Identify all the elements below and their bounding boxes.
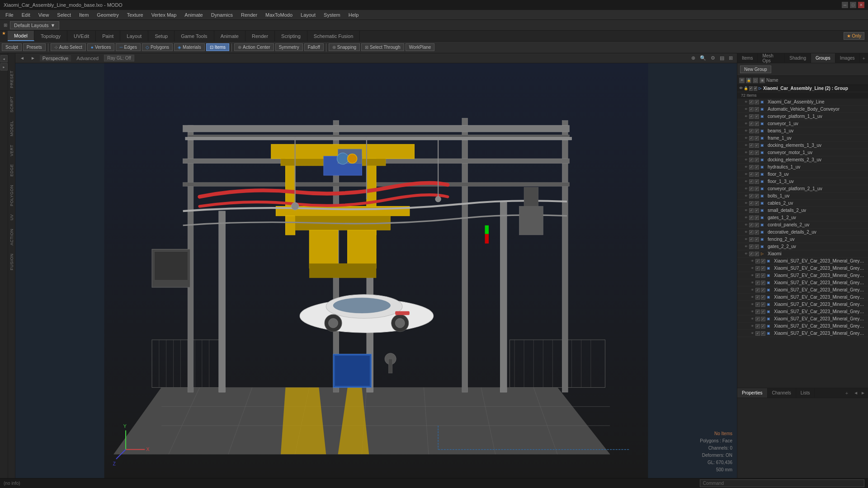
advanced-button[interactable]: Advanced — [74, 55, 101, 61]
ren-cb[interactable]: ✓ — [755, 252, 759, 256]
group-list-item[interactable]: 👁 ✓ ✓ ▣ docking_elements_1_3_uv — [737, 142, 868, 149]
ren-cb[interactable]: ✓ — [755, 194, 759, 198]
rp-tab-images[interactable]: Images — [835, 53, 860, 63]
ren-cb[interactable]: ✓ — [755, 201, 759, 206]
render-checkbox[interactable]: ✓ — [754, 86, 757, 91]
vis-cb[interactable]: ✓ — [755, 295, 760, 300]
presets-button[interactable]: Presets — [23, 43, 46, 51]
rp-tab-shading[interactable]: Shading — [785, 53, 811, 63]
maximize-button[interactable]: □ — [850, 2, 856, 8]
group-list-item[interactable]: 👁 ✓ ✓ ▣ floor_1_3_uv — [737, 178, 868, 185]
ren-cb[interactable]: ✓ — [761, 266, 765, 271]
vis-cb[interactable]: ✓ — [755, 331, 760, 336]
side-tab-script[interactable]: Script — [9, 93, 15, 116]
group-root-item[interactable]: 👁 🔒 ✓ ✓ ▷ Xiaomi_Car_Assembly_Line (2) :… — [737, 85, 868, 92]
menu-item-view[interactable]: View — [35, 11, 53, 19]
ren-cb[interactable]: ✓ — [761, 302, 765, 307]
group-list-item[interactable]: 👁 ✓ ✓ ▣ Xiaomi_SU7_EV_Car_2023_Mineral_G… — [737, 308, 868, 315]
menu-item-maxtomodo[interactable]: MaxToModo — [262, 11, 296, 19]
group-list-item[interactable]: 👁 ✓ ✓ ▣ Xiaomi_SU7_EV_Car_2023_Mineral_G… — [737, 301, 868, 308]
only-button[interactable]: ★ Only — [844, 32, 864, 40]
group-list-item[interactable]: 👁 ✓ ✓ ▣ Xiaomi_Car_Assembly_Line — [737, 99, 868, 106]
menu-item-edit[interactable]: Edit — [18, 11, 34, 19]
menu-item-help[interactable]: Help — [345, 11, 363, 19]
ren-cb[interactable]: ✓ — [755, 129, 759, 133]
ren-cb[interactable]: ✓ — [761, 331, 765, 336]
ren-cb[interactable]: ✓ — [755, 107, 759, 112]
vis-cb[interactable]: ✓ — [755, 324, 760, 328]
viewport-home-icon[interactable]: ⊕ — [690, 55, 697, 61]
group-list-item[interactable]: 👁 ✓ ✓ ▣ cables_2_uv — [737, 200, 868, 207]
falloff-button[interactable]: Falloff — [304, 43, 324, 51]
materials-button[interactable]: ◈ Materials — [174, 43, 205, 51]
mode-tab-render[interactable]: Render — [245, 31, 275, 41]
vis-cb[interactable]: ✓ — [749, 100, 754, 104]
left-panel-btn-1[interactable]: ◄ — [0, 55, 8, 62]
ren-cb[interactable]: ✓ — [755, 100, 759, 104]
group-list-item[interactable]: 👁 ✓ ✓ ▣ fencing_2_uv — [737, 236, 868, 243]
workplane-button[interactable]: WorkPlane — [406, 43, 435, 51]
vis-cb[interactable]: ✓ — [749, 129, 754, 133]
side-tab-preset[interactable]: Preset — [9, 67, 15, 92]
menu-item-dynamics[interactable]: Dynamics — [208, 11, 236, 19]
viewport-3d[interactable]: X Y Z No Items Polygons : Face Channels:… — [15, 63, 737, 478]
group-list-item[interactable]: 👁 ✓ ✓ ▣ docking_elements_2_3_uv — [737, 156, 868, 164]
vis-cb[interactable]: ✓ — [755, 317, 760, 321]
mode-tab-schematic-fusion[interactable]: Schematic Fusion — [307, 31, 360, 41]
group-list-item[interactable]: 👁 ✓ ✓ ▣ Xiaomi_SU7_EV_Car_2023_Mineral_G… — [737, 315, 868, 323]
ren-cb[interactable]: ✓ — [755, 230, 759, 235]
mode-tab-uvedit[interactable]: UVEdit — [67, 31, 96, 41]
group-list-item[interactable]: 👁 ✓ ✓ ▣ gates_2_2_uv — [737, 243, 868, 250]
group-list-item[interactable]: 👁 ✓ ✓ ▣ Xiaomi_SU7_EV_Car_2023_Mineral_G… — [737, 330, 868, 337]
group-list-item[interactable]: 👁 ✓ ✓ ▣ Xiaomi_SU7_EV_Car_2023_Mineral_G… — [737, 286, 868, 294]
vis-cb[interactable]: ✓ — [749, 252, 754, 256]
prop-tab-channels[interactable]: Channels — [768, 388, 796, 398]
ren-cb[interactable]: ✓ — [755, 165, 759, 169]
viewport-settings-icon[interactable]: ⚙ — [709, 55, 717, 61]
symmetry-button[interactable]: Symmetry — [275, 43, 303, 51]
rp-tab-mesh-ops[interactable]: Mesh Ops — [758, 53, 785, 63]
close-button[interactable]: ✕ — [858, 2, 864, 8]
vis-cb[interactable]: ✓ — [755, 259, 760, 263]
ren-cb[interactable]: ✓ — [755, 158, 759, 162]
ren-cb[interactable]: ✓ — [761, 317, 765, 321]
rp-tab-groups[interactable]: Groups — [811, 53, 835, 63]
menu-item-render[interactable]: Render — [237, 11, 261, 19]
ren-cb[interactable]: ✓ — [761, 259, 765, 263]
items-button[interactable]: ⊡ Items — [206, 43, 229, 51]
menu-item-vertex-map[interactable]: Vertex Map — [148, 11, 180, 19]
menu-item-geometry[interactable]: Geometry — [93, 11, 122, 19]
vis-cb[interactable]: ✓ — [755, 288, 760, 292]
rp-tab-items[interactable]: Items — [737, 53, 758, 63]
autoselect-button[interactable]: ⊹ Auto Select — [51, 43, 86, 51]
prop-tab-add[interactable]: + — [843, 388, 851, 398]
vis-cb[interactable]: ✓ — [749, 208, 754, 213]
group-list-item[interactable]: 👁 ✓ ✓ ▣ Automatic_Vehicle_Body_Conveyor — [737, 106, 868, 113]
rp-tab-add[interactable]: + — [860, 53, 868, 63]
vis-cb[interactable]: ✓ — [749, 230, 754, 235]
ren-cb[interactable]: ✓ — [761, 324, 765, 328]
ren-cb[interactable]: ✓ — [755, 143, 759, 148]
group-list-item[interactable]: 👁 ✓ ✓ ▣ Xiaomi_SU7_EV_Car_2023_Mineral_G… — [737, 294, 868, 301]
ren-cb[interactable]: ✓ — [755, 172, 759, 177]
col-icon-render[interactable]: ▣ — [760, 78, 765, 83]
col-icon-vis[interactable]: ◻ — [753, 78, 758, 83]
group-list-item[interactable]: 👁 ✓ ✓ ▣ Xiaomi_SU7_EV_Car_2023_Mineral_G… — [737, 258, 868, 265]
ren-cb[interactable]: ✓ — [755, 208, 759, 213]
vis-cb[interactable]: ✓ — [749, 122, 754, 126]
command-input[interactable] — [726, 481, 861, 486]
vertices-button[interactable]: ● Vertices — [87, 43, 115, 51]
vis-cb[interactable]: ✓ — [749, 187, 754, 191]
ren-cb[interactable]: ✓ — [755, 237, 759, 242]
mode-tab-paint[interactable]: Paint — [96, 31, 120, 41]
vis-cb[interactable]: ✓ — [749, 216, 754, 220]
perspective-label[interactable]: Perspective — [40, 55, 71, 61]
col-icon-eye[interactable]: 👁 — [739, 78, 745, 83]
group-list-item[interactable]: 👁 ✓ ✓ ▣ Xiaomi_SU7_EV_Car_2023_Mineral_G… — [737, 272, 868, 279]
vis-cb[interactable]: ✓ — [749, 172, 754, 177]
select-through-button[interactable]: ⊠ Select Through — [361, 43, 404, 51]
side-tab-polygon[interactable]: Polygon — [9, 181, 15, 210]
ren-cb[interactable]: ✓ — [755, 114, 759, 119]
mode-tab-scripting[interactable]: Scripting — [275, 31, 307, 41]
mode-tab-animate[interactable]: Animate — [214, 31, 245, 41]
